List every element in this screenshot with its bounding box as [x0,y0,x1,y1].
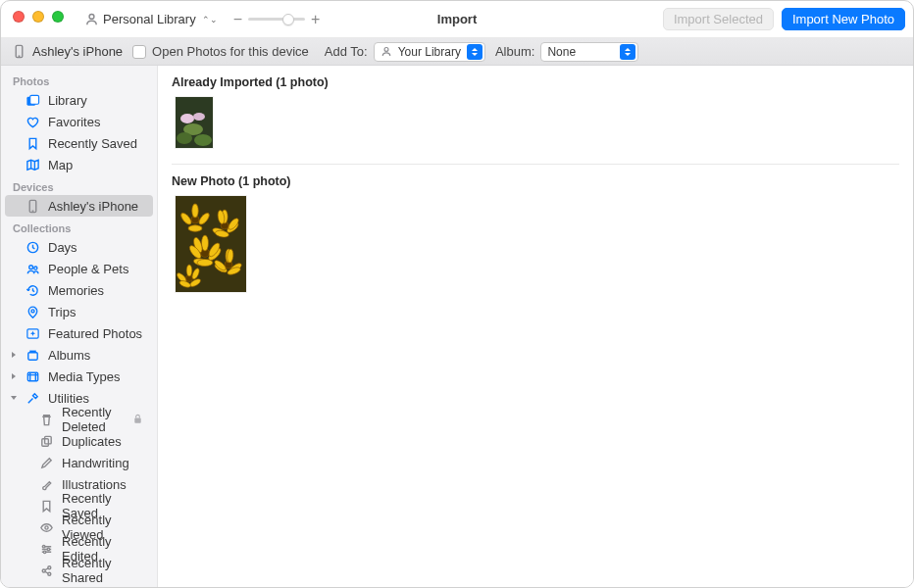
svg-point-0 [89,14,94,19]
library-switcher[interactable]: Personal Library ⌃⌄ [79,10,222,29]
people-icon [25,261,40,276]
sidebar-item-label: Illustrations [62,477,127,492]
lock-icon [132,413,143,427]
window-title: Import [437,12,477,26]
section-header-collections: Collections [1,217,157,236]
add-to-popup[interactable]: Your Library [374,42,485,62]
sidebar-item-label: Handwriting [62,456,129,470]
svg-point-23 [47,565,50,568]
sidebar-item-device[interactable]: Ashley's iPhone [5,195,153,217]
group-header-already-imported: Already Imported (1 photo) [158,66,913,97]
pencil-icon [38,455,54,470]
clock-icon [25,239,40,255]
sidebar-item-label: People & Pets [48,262,128,276]
sidebar-item-people-pets[interactable]: People & Pets [5,258,153,279]
bookmark-icon [25,135,40,151]
chevron-right-icon[interactable] [9,350,19,360]
svg-point-24 [47,572,50,575]
svg-point-66 [186,265,192,276]
sidebar-item-duplicates[interactable]: Duplicates [5,430,153,452]
sparkle-icon [25,325,40,341]
import-new-button[interactable]: Import New Photo [782,8,905,30]
media-icon [25,368,40,384]
sidebar-item-recently-deleted[interactable]: Recently Deleted [5,409,153,430]
sidebar-item-label: Favorites [48,115,100,129]
duplicates-icon [38,433,54,449]
eye-icon [38,519,54,535]
albums-icon [25,347,40,363]
sidebar-item-label: Media Types [48,369,120,384]
sidebar-item-media-types[interactable]: Media Types [5,366,153,387]
window-controls [13,11,64,23]
sidebar-item-label: Albums [48,348,90,363]
sidebar-item-label: Featured Photos [48,326,142,341]
sidebar-item-featured[interactable]: Featured Photos [5,322,153,344]
memories-icon [25,282,40,298]
zoom-knob[interactable] [282,14,294,25]
bookmark-icon [38,498,54,514]
share-icon [38,563,54,578]
sidebar-item-map[interactable]: Map [5,154,153,175]
svg-point-39 [192,204,198,218]
person-icon [381,46,392,58]
sidebar-item-recently-shared[interactable]: Recently Shared [5,560,153,581]
thumbnail-new-photo[interactable] [176,196,246,292]
section-header-photos: Photos [1,70,157,89]
chevron-updown-icon [467,44,482,60]
zoom-minus-icon[interactable]: − [233,11,242,28]
svg-point-18 [44,525,47,528]
minimize-button[interactable] [32,11,44,23]
sliders-icon [38,541,54,557]
location-icon [25,304,40,319]
chevron-updown-icon [620,44,635,60]
svg-rect-5 [29,95,38,104]
sidebar-item-imports[interactable]: Imports [5,581,153,587]
sidebar-item-days[interactable]: Days [5,236,153,258]
album-popup[interactable]: None [540,42,638,62]
svg-point-3 [384,47,388,51]
album-value: None [547,45,576,59]
sidebar-item-albums[interactable]: Albums [5,344,153,366]
svg-point-11 [31,309,34,312]
trash-icon [38,412,54,427]
chevron-down-icon[interactable] [9,393,19,403]
sidebar-item-library[interactable]: Library [5,89,153,111]
sidebar-item-memories[interactable]: Memories [5,279,153,301]
svg-point-21 [43,551,45,553]
sidebar-item-recently-saved[interactable]: Recently Saved [5,132,153,154]
zoom-track[interactable] [248,18,305,21]
zoom-slider[interactable]: − + [233,11,321,28]
sidebar: Photos Library Favorites Recently Saved … [1,66,158,587]
svg-point-56 [197,260,213,267]
svg-point-20 [47,548,49,550]
sidebar-item-label: Utilities [48,391,89,406]
brush-icon [38,476,54,492]
zoom-plus-icon[interactable]: + [311,11,320,28]
fullscreen-button[interactable] [52,11,64,23]
sidebar-item-trips[interactable]: Trips [5,301,153,322]
sidebar-item-favorites[interactable]: Favorites [5,111,153,132]
sidebar-item-handwriting[interactable]: Handwriting [5,452,153,473]
device-indicator: Ashley's iPhone [11,44,123,60]
toolbar: Personal Library ⌃⌄ − + Import Import Se… [1,1,913,38]
svg-point-41 [188,225,202,231]
heart-icon [25,114,40,129]
main-content: Already Imported (1 photo) New Photo (1 … [158,66,913,587]
svg-point-19 [42,545,44,547]
thumbnail-already-imported[interactable] [176,97,213,148]
tools-icon [25,390,40,406]
phone-icon [11,44,26,60]
sidebar-item-label: Duplicates [62,434,122,449]
device-name: Ashley's iPhone [32,44,123,59]
chevron-right-icon[interactable] [9,371,19,381]
open-photos-checkbox[interactable] [132,45,146,59]
person-icon [83,12,99,27]
close-button[interactable] [13,11,25,23]
import-icon [38,584,54,587]
phone-icon [25,198,40,214]
map-icon [25,157,40,172]
svg-point-29 [193,113,205,121]
sidebar-item-label: Recently Saved [48,136,137,151]
add-to-label: Add To: [325,44,368,59]
svg-rect-13 [27,352,36,360]
